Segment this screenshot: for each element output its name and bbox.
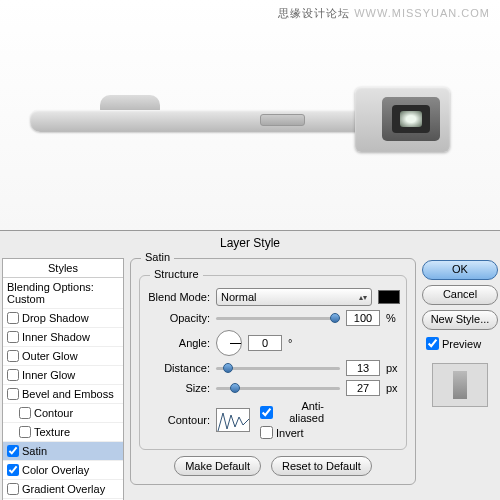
style-checkbox[interactable] [7,312,19,324]
style-checkbox[interactable] [7,331,19,343]
blending-options-label: Blending Options: Custom [7,281,119,305]
reset-default-button[interactable]: Reset to Default [271,456,372,476]
style-checkbox[interactable] [7,388,19,400]
settings-panel: Satin Structure Blend Mode: Normal ▴▾ Op… [130,258,416,500]
new-style-button[interactable]: New Style... [422,310,498,330]
satin-group: Satin Structure Blend Mode: Normal ▴▾ Op… [130,258,416,485]
contour-label: Contour: [146,414,210,426]
watermark: 思缘设计论坛 WWW.MISSYUAN.COM [278,6,490,21]
opacity-slider[interactable] [216,311,340,325]
style-checkbox[interactable] [7,445,19,457]
style-label: Inner Shadow [22,331,90,343]
structure-group: Structure Blend Mode: Normal ▴▾ Opacity: [139,275,407,450]
dialog-buttons: OK Cancel New Style... Preview [422,258,498,500]
cancel-button[interactable]: Cancel [422,285,498,305]
style-label: Contour [34,407,73,419]
style-row-inner-glow[interactable]: Inner Glow [3,366,123,385]
style-row-color-overlay[interactable]: Color Overlay [3,461,123,480]
dialog-title: Layer Style [0,231,500,258]
blend-mode-select[interactable]: Normal ▴▾ [216,288,372,306]
contour-picker[interactable] [216,408,250,432]
style-row-gradient-overlay[interactable]: Gradient Overlay [3,480,123,499]
style-checkbox[interactable] [19,426,31,438]
style-label: Bevel and Emboss [22,388,114,400]
angle-unit: ° [288,337,302,349]
watermark-left: 思缘设计论坛 [278,7,350,19]
canvas-preview [0,0,500,230]
style-checkbox[interactable] [7,483,19,495]
style-row-satin[interactable]: Satin [3,442,123,461]
layer-style-dialog: Layer Style Styles Blending Options: Cus… [0,230,500,500]
satin-group-label: Satin [141,251,174,263]
style-label: Drop Shadow [22,312,89,324]
angle-label: Angle: [146,337,210,349]
style-label: Outer Glow [22,350,78,362]
style-label: Inner Glow [22,369,75,381]
style-label: Color Overlay [22,464,89,476]
styles-header[interactable]: Styles [3,259,123,278]
style-label: Satin [22,445,47,457]
distance-slider[interactable] [216,361,340,375]
opacity-label: Opacity: [146,312,210,324]
style-row-outer-glow[interactable]: Outer Glow [3,347,123,366]
distance-input[interactable]: 13 [346,360,380,376]
style-label: Gradient Overlay [22,483,105,495]
distance-label: Distance: [146,362,210,374]
size-input[interactable]: 27 [346,380,380,396]
size-slider[interactable] [216,381,340,395]
invert-checkbox[interactable]: Invert [260,426,324,439]
angle-input[interactable]: 0 [248,335,282,351]
watermark-right: WWW.MISSYUAN.COM [354,7,490,19]
style-row-inner-shadow[interactable]: Inner Shadow [3,328,123,347]
distance-unit: px [386,362,400,374]
anti-aliased-checkbox[interactable]: Anti-aliased [260,400,324,424]
style-row-contour[interactable]: Contour [3,404,123,423]
style-row-bevel-and-emboss[interactable]: Bevel and Emboss [3,385,123,404]
angle-dial[interactable] [216,330,242,356]
styles-list: Styles Blending Options: Custom Drop Sha… [2,258,124,500]
ok-button[interactable]: OK [422,260,498,280]
style-checkbox[interactable] [7,350,19,362]
blend-mode-label: Blend Mode: [146,291,210,303]
style-row-texture[interactable]: Texture [3,423,123,442]
style-row-drop-shadow[interactable]: Drop Shadow [3,309,123,328]
preview-thumbnail [432,363,488,407]
blend-mode-value: Normal [221,291,256,303]
style-checkbox[interactable] [7,369,19,381]
size-unit: px [386,382,400,394]
color-swatch[interactable] [378,290,400,304]
opacity-input[interactable]: 100 [346,310,380,326]
preview-checkbox[interactable]: Preview [422,335,498,352]
style-label: Texture [34,426,70,438]
style-checkbox[interactable] [19,407,31,419]
structure-label: Structure [150,268,203,280]
make-default-button[interactable]: Make Default [174,456,261,476]
chevron-updown-icon: ▴▾ [359,293,367,302]
style-checkbox[interactable] [7,464,19,476]
blending-options-row[interactable]: Blending Options: Custom [3,278,123,309]
opacity-unit: % [386,312,400,324]
size-label: Size: [146,382,210,394]
device-render [30,75,470,155]
